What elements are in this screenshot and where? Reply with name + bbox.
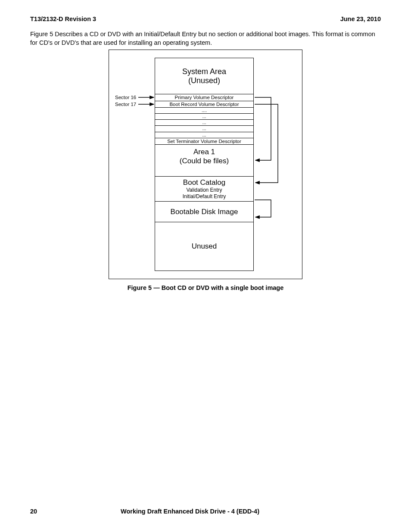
row-dots: ... <box>155 114 253 120</box>
footer-title: Working Draft Enhanced Disk Drive - 4 (E… <box>121 508 259 515</box>
block-unused: Unused <box>155 222 253 271</box>
row-dots: ... <box>155 132 253 138</box>
page-header: T13/2132-D Revision 3 June 23, 2010 <box>30 16 381 22</box>
row-pvd: Primary Volume Descriptor <box>155 94 253 101</box>
doc-date: June 23, 2010 <box>340 16 381 22</box>
block-boot-catalog: Boot Catalog Validation Entry Initial/De… <box>155 177 253 202</box>
figure-caption: Figure 5 — Boot CD or DVD with a single … <box>30 284 381 291</box>
row-brvd: Boot Record Volume Descriptor <box>155 101 253 108</box>
disc-layout-stack: System Area (Unused) Primary Volume Desc… <box>155 58 254 271</box>
doc-id: T13/2132-D Revision 3 <box>30 16 96 22</box>
block-area1: Area 1 (Could be files) <box>155 145 253 177</box>
right-connectors <box>254 58 292 271</box>
row-dots: .... <box>155 108 253 114</box>
left-arrows-svg <box>115 58 155 299</box>
sector-labels: Sector 16 Sector 17 <box>115 58 155 271</box>
block-system-area: System Area (Unused) <box>155 58 253 94</box>
block-boot-image: Bootable Disk Image <box>155 202 253 222</box>
figure-5: Sector 16 Sector 17 <box>109 50 302 279</box>
page-number: 20 <box>30 508 121 515</box>
intro-paragraph: Figure 5 Describes a CD or DVD with an I… <box>30 30 381 47</box>
page-footer: 20 Working Draft Enhanced Disk Drive - 4… <box>30 508 381 515</box>
row-dots: ... <box>155 120 253 126</box>
row-dots: ... <box>155 126 253 132</box>
row-stvd: Set Terminator Volume Descriptor <box>155 138 253 145</box>
